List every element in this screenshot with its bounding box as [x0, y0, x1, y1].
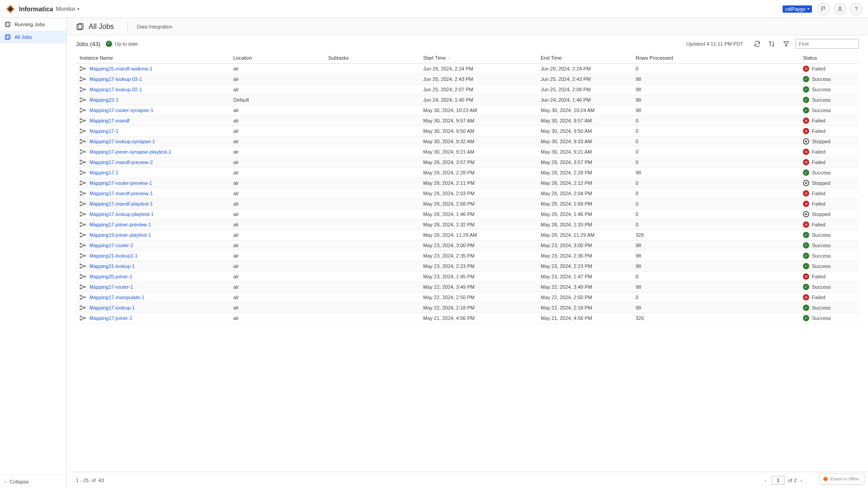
svg-point-19	[80, 101, 81, 102]
notifications-button[interactable]	[817, 3, 830, 15]
cell-rows-processed: 0	[632, 292, 799, 303]
cell-subtasks	[325, 282, 420, 292]
cell-start-time: Jun 28, 2024, 2:24 PM	[420, 64, 537, 74]
svg-point-39	[80, 170, 81, 172]
col-subtasks[interactable]: Subtasks	[325, 52, 420, 64]
instance-link[interactable]: Mapping17-mandf-preview-2	[90, 160, 153, 165]
col-status[interactable]: Status	[799, 52, 859, 64]
instance-link[interactable]: Mapping17-router-1	[90, 284, 133, 290]
instance-link[interactable]: Mapping17-router-synapse-1	[90, 108, 153, 113]
cell-status: Failed	[803, 201, 855, 207]
cell-subtasks	[325, 272, 420, 282]
cell-subtasks	[325, 188, 420, 199]
instance-link[interactable]: Mapping17-joiner-preview-1	[90, 222, 151, 227]
find-input[interactable]	[796, 39, 859, 49]
instance-link[interactable]: Mapping21-lookup2-1	[90, 253, 137, 258]
instance-link[interactable]: Mapping17-lookup-synapse-1	[90, 139, 155, 144]
prev-page-button[interactable]: ‹	[761, 476, 770, 485]
sidebar-item-running-jobs[interactable]: Running Jobs	[0, 18, 66, 31]
next-page-button[interactable]: ›	[797, 476, 806, 485]
cell-location: alr	[230, 240, 325, 251]
cell-status: Success	[803, 242, 855, 249]
table-row: Mapping17-lookup-02-1alrJun 25, 2024, 2:…	[76, 84, 859, 95]
cell-subtasks	[325, 303, 420, 313]
cell-location: alr	[230, 168, 325, 178]
chat-widget[interactable]: Expert is Offline	[819, 474, 864, 484]
col-end-time[interactable]: End Time	[537, 52, 632, 64]
cell-subtasks	[325, 95, 420, 105]
main-content: All Jobs Data Integration Jobs (43) Up t…	[67, 18, 868, 488]
chevron-down-icon: ▾	[807, 7, 809, 11]
instance-link[interactable]: Mapping17-mandf-preview-1	[90, 191, 153, 196]
cell-end-time: May 30, 2024, 9:33 AM	[537, 136, 632, 147]
help-button[interactable]: ?	[850, 3, 863, 15]
instance-link[interactable]: Mapping17-1	[90, 170, 118, 175]
instance-link[interactable]: Mapping17-router-2	[90, 243, 133, 248]
svg-point-27	[80, 129, 81, 130]
chevron-left-icon: ‹	[5, 479, 6, 484]
svg-point-53	[84, 214, 85, 215]
instance-link[interactable]: Mapping22-1	[90, 97, 118, 103]
cell-status: Success	[803, 76, 855, 82]
jobs-table-container: Instance Name Location Subtasks Start Ti…	[67, 52, 868, 472]
success-icon	[803, 232, 809, 238]
breadcrumb[interactable]: Data Integration	[137, 24, 172, 29]
instance-link[interactable]: Mapping17-mandf	[90, 118, 130, 123]
cell-rows-processed: 98	[632, 105, 799, 116]
instance-link[interactable]: Mapping20-joiner-1	[90, 274, 132, 279]
cell-subtasks	[325, 240, 420, 251]
instance-link[interactable]: Mapping21-lookup-1	[90, 263, 135, 269]
all-jobs-page-icon	[76, 23, 84, 31]
instance-link[interactable]: Mapping17-lookup-02-1	[90, 87, 142, 92]
instance-link[interactable]: Mapping17-lookup-03-1	[90, 76, 142, 82]
col-location[interactable]: Location	[230, 52, 325, 64]
success-icon	[803, 242, 809, 249]
table-row: Mapping19-joiner-playtest-1alrMay 28, 20…	[76, 230, 859, 240]
org-switcher[interactable]: cdiPaygo ▾	[783, 5, 812, 13]
svg-point-62	[84, 245, 85, 246]
app-switcher-caret-icon[interactable]: ▾	[77, 7, 80, 11]
cell-status: Failed	[803, 66, 855, 72]
col-start-time[interactable]: Start Time↓	[420, 52, 537, 64]
col-rows-processed[interactable]: Rows Processed	[632, 52, 799, 64]
svg-point-44	[84, 183, 85, 184]
instance-link[interactable]: Mapping17-joiner-synapse-playtest-1	[90, 149, 171, 155]
page-title: All Jobs	[89, 23, 114, 31]
page-input[interactable]	[772, 476, 784, 485]
cell-status: Success	[803, 315, 855, 321]
instance-link[interactable]: Mapping19-joiner-playtest-1	[90, 232, 151, 238]
instance-link[interactable]: Mapping17-1	[90, 128, 118, 134]
instance-link[interactable]: Mapping25-mandf-walkme-1	[90, 66, 152, 71]
cell-rows-processed: 0	[632, 64, 799, 74]
sort-button[interactable]	[767, 39, 777, 49]
instance-link[interactable]: Mapping17-joiner-1	[90, 315, 132, 321]
cell-rows-processed: 98	[632, 282, 799, 292]
svg-point-20	[84, 99, 85, 101]
cell-end-time: May 28, 2024, 2:28 PM	[537, 168, 632, 178]
instance-link[interactable]: Mapping17-router-preview-1	[90, 180, 152, 186]
cell-location: alr	[230, 292, 325, 303]
instance-link[interactable]: Mapping17-mandf-playtest-1	[90, 201, 153, 206]
svg-point-69	[80, 274, 81, 276]
filter-button[interactable]	[781, 39, 791, 49]
svg-point-37	[80, 163, 81, 164]
sidebar-item-all-jobs[interactable]: All Jobs	[0, 31, 66, 43]
cell-location: alr	[230, 272, 325, 282]
filter-icon	[783, 40, 790, 47]
instance-link[interactable]: Mapping17-lookup-1	[90, 305, 135, 310]
col-instance-name[interactable]: Instance Name	[76, 52, 230, 64]
instance-link[interactable]: Mapping17-manipulate-1	[90, 295, 145, 300]
svg-point-21	[80, 108, 81, 109]
instance-link[interactable]: Mapping17-lookup-playtest-1	[90, 211, 154, 217]
user-button[interactable]	[834, 3, 846, 15]
collapse-sidebar-button[interactable]: ‹ Collapse	[0, 475, 66, 488]
refresh-button[interactable]	[752, 39, 762, 49]
app-name[interactable]: Monitor	[56, 5, 75, 12]
cell-subtasks	[325, 105, 420, 116]
table-row: Mapping17-joiner-1alrMay 21, 2024, 4:56 …	[76, 313, 859, 324]
svg-point-47	[84, 193, 85, 194]
cell-status: Success	[803, 86, 855, 93]
cell-status: Success	[803, 107, 855, 113]
table-row: Mapping17-mandfalrMay 30, 2024, 9:57 AMM…	[76, 116, 859, 126]
table-row: Mapping17-joiner-preview-1alrMay 28, 202…	[76, 220, 859, 230]
